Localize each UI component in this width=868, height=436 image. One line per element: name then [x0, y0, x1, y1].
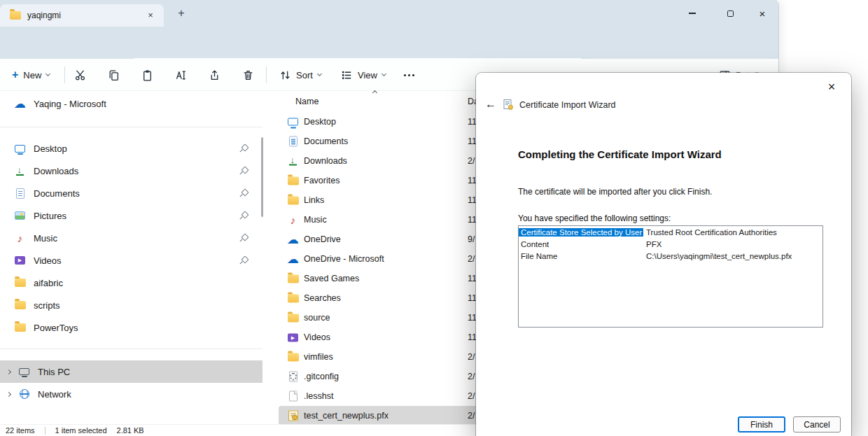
- setting-row-content[interactable]: Content PFX: [519, 238, 822, 250]
- file-row-onedrive-microsoft[interactable]: OneDrive - Microsoft 2/: [279, 249, 503, 269]
- file-row-saved-games[interactable]: Saved Games 11: [279, 269, 503, 288]
- sidebar-scrollbar[interactable]: [261, 137, 263, 217]
- maximize-button[interactable]: [714, 0, 746, 27]
- setting-value: Trusted Root Certification Authorities: [643, 228, 822, 237]
- minimize-button[interactable]: [676, 0, 708, 27]
- setting-row-certificate-store[interactable]: Certificate Store Selected by User Trust…: [519, 226, 822, 238]
- copy-icon: [108, 69, 120, 81]
- status-divider: [45, 427, 46, 435]
- file-row-favorites[interactable]: Favorites 11: [279, 171, 503, 190]
- chevron-down-icon: [46, 71, 50, 76]
- file-row-searches[interactable]: Searches 11: [279, 288, 503, 308]
- file-row-source[interactable]: source 11: [279, 308, 503, 328]
- sidebar-item-label: Downloads: [34, 166, 78, 176]
- more-options-button[interactable]: [396, 64, 422, 86]
- new-tab-button[interactable]: +: [174, 6, 189, 22]
- dialog-title-row: Certificate Import Wizard: [503, 99, 616, 111]
- file-row-downloads[interactable]: Downloads 2/: [279, 151, 503, 171]
- chevron-expand-icon[interactable]: [6, 369, 11, 374]
- sidebar-item-videos[interactable]: Videos: [7, 249, 255, 272]
- file-row-test-cert-newplus-pfx[interactable]: test_cert_newplus.pfx 2/: [279, 406, 503, 426]
- file-row-videos[interactable]: Videos 11: [279, 328, 503, 347]
- tab-title: yaqingmi: [27, 10, 61, 20]
- sidebar-item-onedrive[interactable]: Yaqing - Microsoft: [7, 92, 255, 115]
- dialog-close-button[interactable]: ×: [820, 77, 843, 97]
- desktop-icon: [14, 143, 26, 155]
- pin-icon: [240, 190, 248, 197]
- toolbar-divider: [266, 66, 267, 83]
- file-name: OneDrive: [304, 234, 341, 244]
- folder-icon: [14, 322, 26, 334]
- toolbar-divider: [64, 66, 65, 83]
- sidebar-item-label: This PC: [38, 367, 70, 377]
- sidebar-item-desktop[interactable]: Desktop: [7, 137, 255, 160]
- pictures-icon: [14, 210, 26, 222]
- sidebar-item-label: Videos: [34, 255, 62, 266]
- file-row-onedrive[interactable]: OneDrive 9/: [279, 230, 503, 249]
- item-count: 22 items: [6, 426, 35, 435]
- file-date: 2/: [468, 391, 475, 401]
- file-name: vimfiles: [304, 352, 333, 362]
- cancel-button[interactable]: Cancel: [793, 416, 841, 433]
- tab-strip: yaqingmi × + ×: [0, 0, 778, 27]
- wizard-heading: Completing the Certificate Import Wizard: [518, 148, 840, 160]
- sidebar-item-network[interactable]: Network: [0, 383, 262, 405]
- sidebar-item-music[interactable]: Music: [7, 227, 255, 249]
- certificate-wizard-icon: [503, 99, 514, 111]
- sidebar-item-this-pc[interactable]: This PC: [0, 360, 262, 383]
- screen: yaqingmi × + × ← → ↑ › This PC: [0, 0, 868, 436]
- sidebar-item-label: Pictures: [34, 211, 66, 221]
- documents-icon: [287, 136, 299, 148]
- sidebar-item-documents[interactable]: Documents: [7, 182, 255, 204]
- setting-row-file-name[interactable]: File Name C:\Users\yaqingmi\test_cert_ne…: [519, 250, 822, 262]
- close-button[interactable]: ×: [746, 0, 778, 27]
- file-row-vimfiles[interactable]: vimfiles 2/: [279, 347, 503, 367]
- cancel-button-label: Cancel: [804, 420, 830, 430]
- column-name[interactable]: Name: [295, 97, 318, 106]
- new-button[interactable]: + New: [6, 64, 56, 86]
- file-list-header: Name Da: [279, 94, 489, 109]
- copy-button[interactable]: [102, 64, 126, 86]
- rename-button[interactable]: [169, 64, 193, 86]
- view-button[interactable]: View: [335, 64, 392, 86]
- sidebar-item-scripts[interactable]: scripts: [7, 294, 255, 316]
- music-icon: [287, 214, 299, 226]
- sidebar-item-pictures[interactable]: Pictures: [7, 204, 255, 227]
- delete-button[interactable]: [236, 64, 260, 86]
- file-row-lesshst[interactable]: .lesshst 2/: [279, 386, 503, 406]
- navigation-bar: ← → ↑ › This PC › Windows (C:) › Users ›…: [0, 27, 778, 59]
- file-name: Favorites: [304, 176, 340, 185]
- file-name: Music: [304, 215, 327, 225]
- close-icon: ×: [760, 8, 766, 20]
- sidebar-item-powertoys[interactable]: PowerToys: [7, 316, 255, 339]
- more-icon: [408, 74, 410, 76]
- file-row-links[interactable]: Links 11: [279, 190, 503, 210]
- file-row-desktop[interactable]: Desktop 11: [279, 112, 503, 132]
- pin-icon: [240, 145, 248, 153]
- file-name: .lesshst: [304, 391, 333, 401]
- sidebar-divider: [0, 349, 262, 349]
- onedrive-cloud-icon: [287, 253, 299, 265]
- explorer-tab[interactable]: yaqingmi ×: [0, 4, 164, 27]
- file-row-documents[interactable]: Documents 11: [279, 132, 503, 151]
- settings-list[interactable]: Certificate Store Selected by User Trust…: [518, 225, 823, 328]
- cut-button[interactable]: [68, 64, 92, 86]
- file-row-gitconfig[interactable]: .gitconfig 2/: [279, 367, 503, 386]
- file-name: Links: [304, 195, 324, 205]
- file-name: Desktop: [304, 117, 336, 127]
- share-button[interactable]: [202, 64, 227, 86]
- music-icon: [14, 232, 26, 244]
- chevron-expand-icon[interactable]: [6, 391, 11, 396]
- file-row-music[interactable]: Music 11: [279, 210, 503, 230]
- sort-button[interactable]: Sort: [273, 64, 328, 86]
- paste-button[interactable]: [135, 64, 160, 86]
- sidebar-item-label: Music: [34, 233, 57, 244]
- sidebar-item-aifabric[interactable]: aifabric: [7, 272, 255, 294]
- certificate-icon: [287, 410, 299, 422]
- tab-close-icon[interactable]: ×: [144, 9, 157, 22]
- folder-icon: [287, 293, 299, 304]
- finish-button-label: Finish: [750, 420, 773, 430]
- finish-button[interactable]: Finish: [738, 416, 785, 433]
- dialog-back-button[interactable]: ←: [483, 97, 498, 112]
- sidebar-item-downloads[interactable]: Downloads: [7, 160, 255, 182]
